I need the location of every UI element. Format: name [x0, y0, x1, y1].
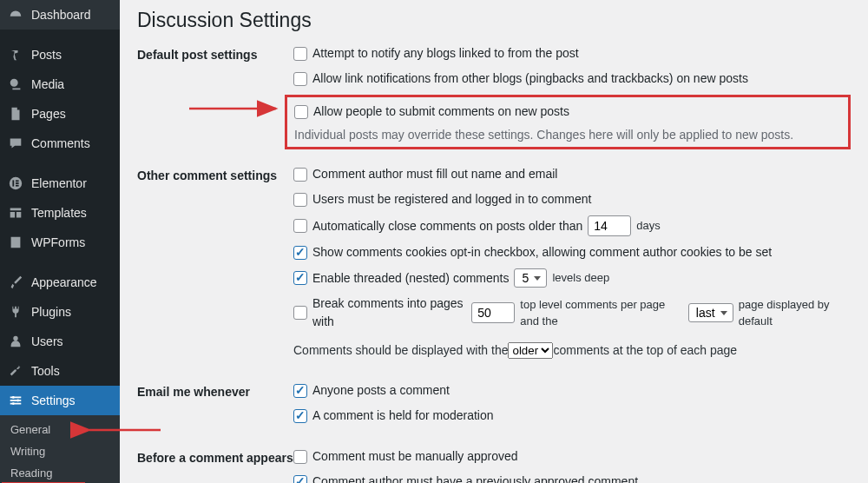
- sidebar-item-appearance[interactable]: Appearance: [0, 268, 120, 297]
- svg-point-8: [12, 396, 15, 399]
- sidebar-label: Comments: [31, 136, 90, 150]
- svg-rect-7: [10, 403, 22, 405]
- brush-icon: [7, 274, 24, 291]
- checkbox-name-email[interactable]: [293, 168, 307, 182]
- section-heading: Email me whenever: [137, 381, 293, 432]
- svg-rect-3: [16, 182, 19, 184]
- section-heading: Other comment settings: [137, 165, 293, 362]
- sidebar-label: Users: [31, 334, 63, 348]
- label-registered: Users must be registered and logged in t…: [312, 190, 591, 208]
- annotation-highlight-box: Allow people to submit comments on new p…: [285, 95, 851, 149]
- user-icon: [7, 333, 24, 350]
- submenu-reading[interactable]: Reading: [0, 462, 120, 483]
- settings-submenu: General Writing Reading Discussion Media…: [0, 415, 120, 483]
- checkbox-notify-blogs[interactable]: [293, 47, 307, 61]
- svg-rect-4: [16, 185, 19, 187]
- svg-rect-1: [12, 180, 14, 186]
- label-paginate-mid: top level comments per page and the: [520, 296, 682, 330]
- sidebar-item-wpforms[interactable]: WPForms: [0, 228, 120, 257]
- sidebar-item-users[interactable]: Users: [0, 327, 120, 356]
- elementor-icon: [7, 175, 24, 192]
- checkbox-pingbacks[interactable]: [293, 72, 307, 86]
- input-close-days[interactable]: [588, 215, 631, 236]
- label-allow-comments: Allow people to submit comments on new p…: [313, 103, 569, 121]
- sidebar-item-tools[interactable]: Tools: [0, 356, 120, 386]
- section-default-post: Default post settings Attempt to notify …: [137, 44, 851, 149]
- templates-icon: [7, 204, 24, 222]
- checkbox-held-moderation[interactable]: [293, 409, 307, 423]
- tool-icon: [7, 362, 24, 380]
- label-prev-approved: Comment author must have a previously ap…: [312, 473, 638, 483]
- sidebar-item-plugins[interactable]: Plugins: [0, 297, 120, 327]
- input-per-page[interactable]: [471, 302, 515, 323]
- select-display-order[interactable]: older: [508, 342, 553, 359]
- checkbox-anyone-posts[interactable]: [293, 384, 307, 398]
- sidebar-item-posts[interactable]: Posts: [0, 40, 120, 69]
- sidebar-item-media[interactable]: Media: [0, 69, 120, 99]
- label-anyone-posts: Anyone posts a comment: [312, 381, 450, 400]
- section-heading: Default post settings: [137, 44, 293, 149]
- label-threaded-suffix: levels deep: [552, 269, 609, 287]
- sidebar-item-settings[interactable]: Settings: [0, 386, 120, 415]
- sidebar-label: Templates: [31, 206, 87, 220]
- checkbox-auto-close[interactable]: [293, 219, 307, 233]
- section-heading: Before a comment appears: [137, 447, 293, 483]
- comment-icon: [7, 135, 24, 152]
- settings-icon: [7, 392, 24, 409]
- label-cookies: Show comments cookies opt-in checkbox, a…: [312, 243, 772, 261]
- submenu-general[interactable]: General: [0, 419, 120, 440]
- label-paginate-prefix: Break comments into pages with: [312, 294, 466, 331]
- sidebar-item-templates[interactable]: Templates: [0, 198, 120, 228]
- dashboard-icon: [7, 6, 24, 23]
- sidebar-item-comments[interactable]: Comments: [0, 129, 120, 158]
- sidebar-item-pages[interactable]: Pages: [0, 99, 120, 129]
- section-before-appears: Before a comment appears Comment must be…: [137, 447, 851, 483]
- sidebar-label: Elementor: [31, 176, 87, 190]
- svg-rect-5: [10, 397, 22, 399]
- media-icon: [7, 76, 24, 93]
- page-icon: [7, 105, 24, 122]
- sidebar-label: Settings: [31, 394, 76, 407]
- page-title: Discussion Settings: [137, 9, 851, 32]
- label-held-moderation: A comment is held for moderation: [312, 407, 494, 425]
- checkbox-manual-approve[interactable]: [293, 450, 307, 464]
- sidebar-item-dashboard[interactable]: Dashboard: [0, 0, 120, 30]
- checkbox-cookies[interactable]: [293, 246, 307, 260]
- select-thread-levels[interactable]: 5: [514, 268, 547, 288]
- sidebar-label: Media: [31, 77, 64, 91]
- checkbox-prev-approved[interactable]: [293, 475, 307, 484]
- checkbox-threaded[interactable]: [293, 271, 307, 285]
- wpforms-icon: [7, 234, 24, 251]
- pin-icon: [7, 46, 24, 63]
- label-threaded-prefix: Enable threaded (nested) comments: [312, 269, 509, 288]
- section-email-me: Email me whenever Anyone posts a comment…: [137, 381, 851, 432]
- svg-point-9: [16, 400, 19, 402]
- checkbox-registered[interactable]: [293, 193, 307, 207]
- sidebar-label: Appearance: [31, 275, 97, 289]
- label-name-email: Comment author must fill out name and em…: [312, 165, 557, 183]
- label-auto-close-suffix: days: [636, 217, 660, 235]
- svg-rect-2: [16, 180, 19, 182]
- sidebar-label: Tools: [31, 364, 60, 378]
- admin-sidebar: Dashboard Posts Media Pages Comments Ele…: [0, 0, 120, 483]
- checkbox-paginate[interactable]: [293, 306, 307, 320]
- label-paginate-suffix: page displayed by default: [739, 296, 851, 330]
- hint-override: Individual posts may override these sett…: [294, 128, 841, 142]
- checkbox-allow-comments[interactable]: [294, 105, 308, 119]
- sidebar-label: Pages: [31, 107, 66, 121]
- plugin-icon: [7, 303, 24, 321]
- select-default-page[interactable]: last: [688, 303, 733, 322]
- label-display-prefix: Comments should be displayed with the: [293, 338, 508, 362]
- svg-rect-6: [10, 400, 22, 401]
- svg-point-10: [12, 402, 15, 405]
- sidebar-item-elementor[interactable]: Elementor: [0, 169, 120, 198]
- sidebar-label: WPForms: [31, 235, 85, 249]
- sidebar-label: Posts: [31, 48, 62, 62]
- submenu-writing[interactable]: Writing: [0, 440, 120, 462]
- sidebar-label: Plugins: [31, 305, 71, 319]
- label-auto-close-prefix: Automatically close comments on posts ol…: [312, 217, 582, 235]
- label-pingbacks: Allow link notifications from other blog…: [312, 69, 748, 88]
- section-other-comment: Other comment settings Comment author mu…: [137, 165, 851, 362]
- main-content: Discussion Settings Default post setting…: [120, 0, 868, 483]
- label-notify-blogs: Attempt to notify any blogs linked to fr…: [312, 44, 579, 63]
